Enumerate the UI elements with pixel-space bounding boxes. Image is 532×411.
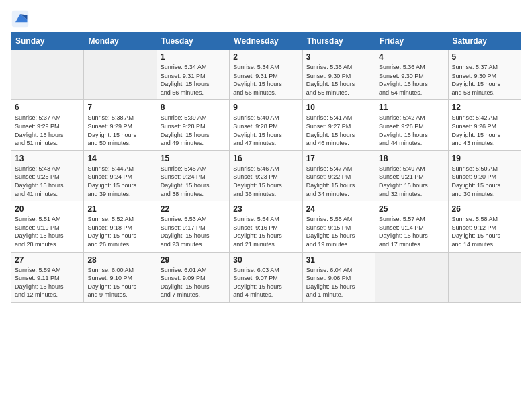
day-cell: 11Sunrise: 5:42 AM Sunset: 9:26 PM Dayli… — [375, 100, 448, 150]
weekday-wednesday: Wednesday — [230, 33, 302, 50]
weekday-sunday: Sunday — [11, 33, 84, 50]
day-number: 22 — [161, 204, 226, 214]
day-detail: Sunrise: 6:04 AM Sunset: 9:06 PM Dayligh… — [306, 266, 371, 300]
day-cell: 9Sunrise: 5:40 AM Sunset: 9:28 PM Daylig… — [230, 100, 302, 150]
day-cell: 28Sunrise: 6:00 AM Sunset: 9:10 PM Dayli… — [84, 252, 157, 302]
day-cell: 23Sunrise: 5:54 AM Sunset: 9:16 PM Dayli… — [230, 201, 302, 252]
day-number: 31 — [306, 255, 371, 265]
day-number: 14 — [87, 154, 152, 163]
day-number: 24 — [306, 204, 371, 214]
day-number: 18 — [379, 154, 444, 163]
week-row-2: 6Sunrise: 5:37 AM Sunset: 9:29 PM Daylig… — [11, 100, 521, 150]
day-cell: 20Sunrise: 5:51 AM Sunset: 9:19 PM Dayli… — [11, 201, 84, 252]
day-cell — [11, 50, 84, 100]
day-detail: Sunrise: 6:03 AM Sunset: 9:07 PM Dayligh… — [233, 266, 298, 300]
day-cell: 5Sunrise: 5:37 AM Sunset: 9:30 PM Daylig… — [448, 50, 521, 100]
day-cell: 4Sunrise: 5:36 AM Sunset: 9:30 PM Daylig… — [375, 50, 448, 100]
day-detail: Sunrise: 5:59 AM Sunset: 9:11 PM Dayligh… — [15, 266, 80, 300]
day-number: 13 — [15, 154, 80, 163]
day-cell: 10Sunrise: 5:41 AM Sunset: 9:27 PM Dayli… — [302, 100, 375, 150]
day-cell: 1Sunrise: 5:34 AM Sunset: 9:31 PM Daylig… — [157, 50, 229, 100]
day-detail: Sunrise: 5:37 AM Sunset: 9:30 PM Dayligh… — [452, 63, 517, 97]
day-number: 3 — [306, 52, 371, 62]
day-detail: Sunrise: 5:44 AM Sunset: 9:24 PM Dayligh… — [87, 165, 152, 198]
day-cell: 19Sunrise: 5:50 AM Sunset: 9:20 PM Dayli… — [448, 150, 521, 201]
day-detail: Sunrise: 5:53 AM Sunset: 9:17 PM Dayligh… — [161, 215, 226, 248]
day-cell: 31Sunrise: 6:04 AM Sunset: 9:06 PM Dayli… — [302, 252, 375, 302]
day-number: 15 — [161, 154, 226, 163]
day-cell: 2Sunrise: 5:34 AM Sunset: 9:31 PM Daylig… — [230, 50, 302, 100]
day-detail: Sunrise: 5:46 AM Sunset: 9:23 PM Dayligh… — [233, 165, 298, 198]
day-number: 10 — [306, 103, 371, 112]
day-cell: 30Sunrise: 6:03 AM Sunset: 9:07 PM Dayli… — [230, 252, 302, 302]
day-detail: Sunrise: 5:37 AM Sunset: 9:29 PM Dayligh… — [15, 113, 80, 147]
day-number: 17 — [306, 154, 371, 163]
day-detail: Sunrise: 5:35 AM Sunset: 9:30 PM Dayligh… — [306, 63, 371, 97]
day-number: 26 — [452, 204, 517, 214]
header — [11, 7, 521, 28]
day-detail: Sunrise: 5:55 AM Sunset: 9:15 PM Dayligh… — [306, 215, 371, 248]
weekday-monday: Monday — [84, 33, 157, 50]
day-cell: 6Sunrise: 5:37 AM Sunset: 9:29 PM Daylig… — [11, 100, 84, 150]
week-row-1: 1Sunrise: 5:34 AM Sunset: 9:31 PM Daylig… — [11, 50, 521, 100]
day-detail: Sunrise: 5:42 AM Sunset: 9:26 PM Dayligh… — [452, 113, 517, 147]
day-detail: Sunrise: 5:47 AM Sunset: 9:22 PM Dayligh… — [306, 165, 371, 198]
day-detail: Sunrise: 5:38 AM Sunset: 9:29 PM Dayligh… — [87, 113, 152, 147]
day-number: 12 — [452, 103, 517, 112]
day-number: 25 — [379, 204, 444, 214]
calendar-table: SundayMondayTuesdayWednesdayThursdayFrid… — [11, 32, 521, 303]
day-number: 1 — [161, 52, 226, 62]
day-detail: Sunrise: 5:34 AM Sunset: 9:31 PM Dayligh… — [161, 63, 226, 97]
weekday-tuesday: Tuesday — [157, 33, 229, 50]
day-detail: Sunrise: 5:36 AM Sunset: 9:30 PM Dayligh… — [379, 63, 444, 97]
day-detail: Sunrise: 5:45 AM Sunset: 9:24 PM Dayligh… — [161, 165, 226, 198]
day-cell: 25Sunrise: 5:57 AM Sunset: 9:14 PM Dayli… — [375, 201, 448, 252]
day-number: 11 — [379, 103, 444, 112]
day-cell — [375, 252, 448, 302]
day-cell — [448, 252, 521, 302]
day-number: 6 — [15, 103, 80, 112]
day-cell — [84, 50, 157, 100]
day-detail: Sunrise: 5:43 AM Sunset: 9:25 PM Dayligh… — [15, 165, 80, 198]
day-number: 8 — [161, 103, 226, 112]
day-cell: 27Sunrise: 5:59 AM Sunset: 9:11 PM Dayli… — [11, 252, 84, 302]
day-cell: 12Sunrise: 5:42 AM Sunset: 9:26 PM Dayli… — [448, 100, 521, 150]
day-number: 28 — [87, 255, 152, 265]
week-row-5: 27Sunrise: 5:59 AM Sunset: 9:11 PM Dayli… — [11, 252, 521, 302]
weekday-saturday: Saturday — [448, 33, 521, 50]
weekday-thursday: Thursday — [302, 33, 375, 50]
day-cell: 29Sunrise: 6:01 AM Sunset: 9:09 PM Dayli… — [157, 252, 229, 302]
day-cell: 13Sunrise: 5:43 AM Sunset: 9:25 PM Dayli… — [11, 150, 84, 201]
day-number: 23 — [233, 204, 298, 214]
week-row-3: 13Sunrise: 5:43 AM Sunset: 9:25 PM Dayli… — [11, 150, 521, 201]
day-number: 4 — [379, 52, 444, 62]
day-cell: 24Sunrise: 5:55 AM Sunset: 9:15 PM Dayli… — [302, 201, 375, 252]
day-detail: Sunrise: 6:00 AM Sunset: 9:10 PM Dayligh… — [87, 266, 152, 300]
day-detail: Sunrise: 5:50 AM Sunset: 9:20 PM Dayligh… — [452, 165, 517, 198]
day-number: 9 — [233, 103, 298, 112]
day-number: 5 — [452, 52, 517, 62]
day-detail: Sunrise: 5:58 AM Sunset: 9:12 PM Dayligh… — [452, 215, 517, 248]
day-cell: 22Sunrise: 5:53 AM Sunset: 9:17 PM Dayli… — [157, 201, 229, 252]
day-number: 27 — [15, 255, 80, 265]
day-cell: 14Sunrise: 5:44 AM Sunset: 9:24 PM Dayli… — [84, 150, 157, 201]
day-detail: Sunrise: 5:40 AM Sunset: 9:28 PM Dayligh… — [233, 113, 298, 147]
day-cell: 8Sunrise: 5:39 AM Sunset: 9:28 PM Daylig… — [157, 100, 229, 150]
weekday-header-row: SundayMondayTuesdayWednesdayThursdayFrid… — [11, 33, 521, 50]
day-detail: Sunrise: 5:52 AM Sunset: 9:18 PM Dayligh… — [87, 215, 152, 248]
day-cell: 16Sunrise: 5:46 AM Sunset: 9:23 PM Dayli… — [230, 150, 302, 201]
day-number: 29 — [161, 255, 226, 265]
week-row-4: 20Sunrise: 5:51 AM Sunset: 9:19 PM Dayli… — [11, 201, 521, 252]
day-detail: Sunrise: 5:49 AM Sunset: 9:21 PM Dayligh… — [379, 165, 444, 198]
day-cell: 15Sunrise: 5:45 AM Sunset: 9:24 PM Dayli… — [157, 150, 229, 201]
day-detail: Sunrise: 5:51 AM Sunset: 9:19 PM Dayligh… — [15, 215, 80, 248]
day-detail: Sunrise: 5:42 AM Sunset: 9:26 PM Dayligh… — [379, 113, 444, 147]
day-cell: 7Sunrise: 5:38 AM Sunset: 9:29 PM Daylig… — [84, 100, 157, 150]
weekday-friday: Friday — [375, 33, 448, 50]
day-detail: Sunrise: 5:57 AM Sunset: 9:14 PM Dayligh… — [379, 215, 444, 248]
day-number: 7 — [87, 103, 152, 112]
day-number: 20 — [15, 204, 80, 214]
day-cell: 26Sunrise: 5:58 AM Sunset: 9:12 PM Dayli… — [448, 201, 521, 252]
day-detail: Sunrise: 5:54 AM Sunset: 9:16 PM Dayligh… — [233, 215, 298, 248]
day-detail: Sunrise: 6:01 AM Sunset: 9:09 PM Dayligh… — [161, 266, 226, 300]
